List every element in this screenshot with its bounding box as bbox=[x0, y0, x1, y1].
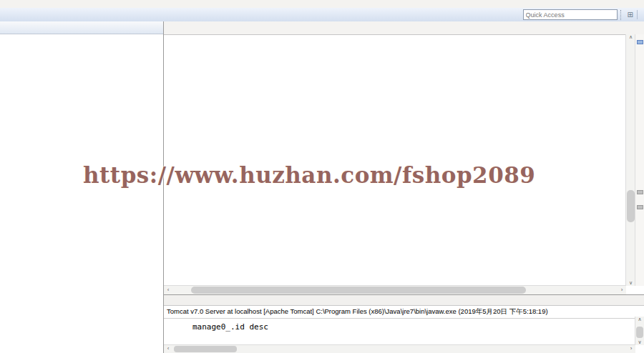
menu-bar bbox=[0, 0, 644, 8]
scroll-up-icon[interactable]: ∧ bbox=[635, 317, 644, 322]
scroll-right-icon[interactable]: › bbox=[618, 286, 626, 294]
eclipse-window: ⊞ ∧ ∨ bbox=[0, 0, 644, 353]
console-view: Tomcat v7.0 Server at localhost [Apache … bbox=[164, 295, 644, 353]
overview-marker[interactable] bbox=[637, 205, 643, 209]
console-tab-bar bbox=[164, 295, 644, 306]
overview-marker[interactable] bbox=[637, 40, 643, 44]
editor-horizontal-scrollbar[interactable]: ‹ › bbox=[164, 285, 626, 294]
sidebar-view-toolbar bbox=[0, 34, 163, 45]
console-output: manage0_.id desc bbox=[164, 319, 644, 332]
console-title: Tomcat v7.0 Server at localhost [Apache … bbox=[164, 306, 644, 319]
overview-ruler[interactable] bbox=[635, 34, 644, 286]
toolbar-separator bbox=[620, 10, 623, 20]
console-vertical-scrollbar[interactable]: ∧ ∨ bbox=[635, 317, 644, 345]
package-explorer-view bbox=[0, 21, 164, 353]
main-toolbar: ⊞ bbox=[0, 8, 644, 22]
scrollbar-thumb[interactable] bbox=[191, 287, 526, 294]
scroll-down-icon[interactable]: ∨ bbox=[635, 339, 644, 345]
editor-tab-bar bbox=[164, 21, 644, 35]
sidebar-tab-bar bbox=[0, 21, 163, 34]
editor-area: ∧ ∨ ‹ › bbox=[164, 21, 644, 295]
overview-marker[interactable] bbox=[637, 190, 643, 194]
open-perspective-button[interactable]: ⊞ bbox=[627, 9, 634, 20]
scroll-right-icon[interactable]: › bbox=[627, 345, 635, 353]
scrollbar-thumb[interactable] bbox=[174, 346, 237, 352]
quick-access-input[interactable] bbox=[523, 9, 618, 20]
code-editor[interactable] bbox=[164, 34, 626, 286]
scroll-left-icon[interactable]: ‹ bbox=[164, 345, 172, 353]
scrollbar-thumb[interactable] bbox=[627, 190, 635, 222]
console-horizontal-scrollbar[interactable]: ‹ › bbox=[164, 344, 635, 353]
project-tree bbox=[0, 45, 163, 353]
console-body[interactable]: Tomcat v7.0 Server at localhost [Apache … bbox=[164, 306, 644, 353]
scrollbar-thumb[interactable] bbox=[636, 327, 643, 338]
editor-vertical-scrollbar[interactable]: ∧ ∨ bbox=[625, 34, 635, 286]
open-perspective-icon: ⊞ bbox=[628, 9, 633, 20]
toolbar-separator bbox=[637, 10, 638, 19]
scroll-left-icon[interactable]: ‹ bbox=[164, 286, 172, 294]
